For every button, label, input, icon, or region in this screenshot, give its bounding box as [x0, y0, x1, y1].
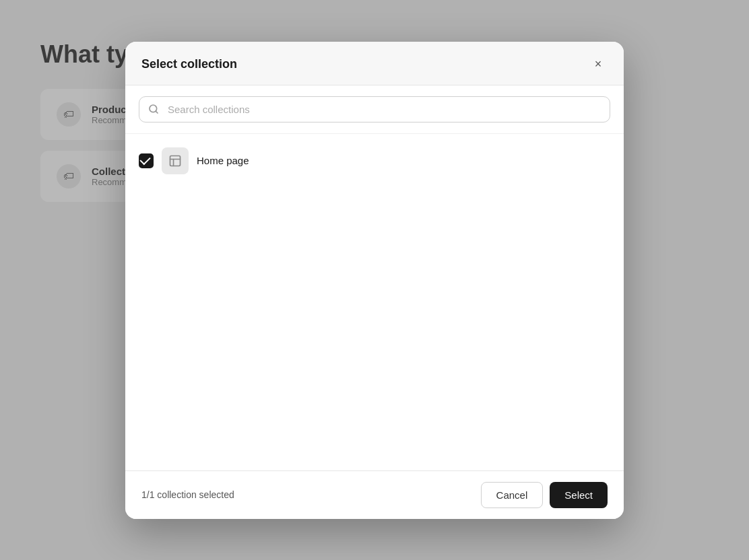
modal-footer: 1/1 collection selected Cancel Select	[125, 470, 624, 519]
svg-rect-2	[170, 155, 181, 166]
modal-header: Select collection ×	[125, 42, 624, 85]
search-wrapper	[139, 96, 610, 123]
selection-count: 1/1 collection selected	[141, 489, 234, 500]
collection-list: Home page	[125, 134, 624, 470]
select-collection-modal: Select collection ×	[125, 42, 624, 519]
search-input[interactable]	[139, 96, 610, 123]
collection-item[interactable]: Home page	[125, 139, 624, 182]
modal-title: Select collection	[141, 57, 237, 71]
search-section	[125, 85, 624, 134]
select-button[interactable]: Select	[550, 482, 608, 508]
close-button[interactable]: ×	[589, 55, 608, 74]
collection-thumbnail	[162, 147, 189, 174]
collection-name: Home page	[197, 155, 249, 166]
collection-checkbox[interactable]	[139, 153, 154, 168]
close-icon: ×	[595, 57, 602, 71]
modal-overlay: Select collection ×	[0, 0, 749, 560]
cancel-button[interactable]: Cancel	[481, 482, 544, 508]
footer-actions: Cancel Select	[481, 482, 608, 508]
